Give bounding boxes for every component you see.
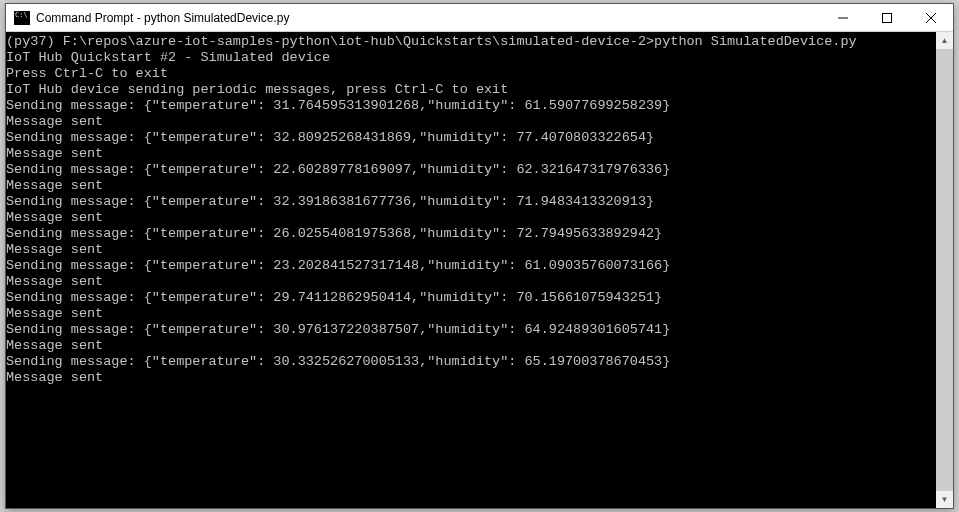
terminal-line: Sending message: {"temperature": 31.7645… [6,98,936,114]
terminal-line: Message sent [6,370,936,386]
terminal-line: Sending message: {"temperature": 32.3918… [6,194,936,210]
terminal-line: Message sent [6,242,936,258]
terminal-line: Message sent [6,306,936,322]
window-controls [821,4,953,31]
terminal-line: IoT Hub Quickstart #2 - Simulated device [6,50,936,66]
terminal-line: Sending message: {"temperature": 22.6028… [6,162,936,178]
terminal-line: Message sent [6,114,936,130]
terminal-line: Sending message: {"temperature": 23.2028… [6,258,936,274]
svg-rect-1 [883,13,892,22]
titlebar[interactable]: Command Prompt - python SimulatedDevice.… [6,4,953,32]
minimize-button[interactable] [821,4,865,31]
terminal-line: Sending message: {"temperature": 30.9761… [6,322,936,338]
terminal-line: Press Ctrl-C to exit [6,66,936,82]
command-prompt-window: Command Prompt - python SimulatedDevice.… [5,3,954,509]
scroll-thumb[interactable] [936,49,953,491]
vertical-scrollbar[interactable]: ▲ ▼ [936,32,953,508]
terminal-line: Message sent [6,338,936,354]
terminal-output[interactable]: (py37) F:\repos\azure-iot-samples-python… [6,32,936,508]
terminal-line: IoT Hub device sending periodic messages… [6,82,936,98]
terminal-line: Message sent [6,210,936,226]
close-button[interactable] [909,4,953,31]
terminal-line: Sending message: {"temperature": 32.8092… [6,130,936,146]
terminal-line: Message sent [6,178,936,194]
maximize-button[interactable] [865,4,909,31]
cmd-icon [14,11,30,25]
terminal-line: (py37) F:\repos\azure-iot-samples-python… [6,34,936,50]
window-title: Command Prompt - python SimulatedDevice.… [36,11,821,25]
terminal-line: Sending message: {"temperature": 29.7411… [6,290,936,306]
terminal-line: Sending message: {"temperature": 26.0255… [6,226,936,242]
terminal-line: Message sent [6,274,936,290]
scroll-up-arrow[interactable]: ▲ [936,32,953,49]
terminal-line: Sending message: {"temperature": 30.3325… [6,354,936,370]
terminal-line: Message sent [6,146,936,162]
scroll-down-arrow[interactable]: ▼ [936,491,953,508]
terminal-area: (py37) F:\repos\azure-iot-samples-python… [6,32,953,508]
